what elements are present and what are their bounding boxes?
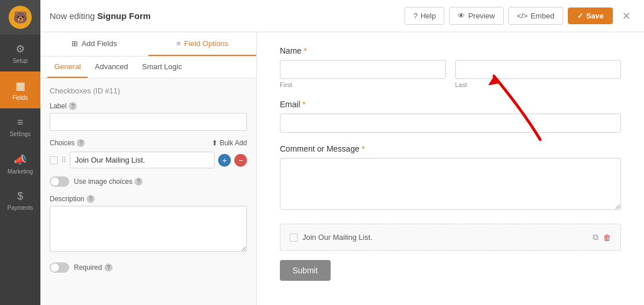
description-label: Description ? [50, 195, 247, 203]
last-name-input[interactable] [455, 60, 621, 79]
label-group: Label ? [50, 102, 247, 131]
code-icon: </> [517, 12, 528, 20]
comment-textarea[interactable] [280, 158, 621, 210]
image-choices-help-icon[interactable]: ? [134, 178, 143, 186]
sidebar-item-payments[interactable]: $ Payments [0, 182, 40, 219]
label-help-icon[interactable]: ? [69, 102, 77, 110]
choice-add-button[interactable]: + [218, 154, 231, 167]
use-image-choices-label: Use image choices ? [74, 178, 143, 186]
sidebar-item-label: Setup [13, 58, 28, 64]
fields-icon: ▦ [16, 80, 25, 92]
preview-checkbox[interactable] [290, 234, 298, 242]
name-row: First Last [280, 60, 621, 88]
required-row: Required ? [50, 262, 247, 273]
choices-help-icon[interactable]: ? [77, 139, 85, 147]
preview-email-field: Email * [280, 100, 621, 133]
description-help-icon[interactable]: ? [87, 195, 95, 203]
comment-required-star: * [362, 144, 365, 153]
header-actions: ? Help 👁 Preview </> Embed ✓ Save ✕ [405, 7, 635, 25]
logo-bear-icon: 🐻 [9, 6, 32, 29]
sidebar-item-setup[interactable]: ⚙ Setup [0, 35, 40, 71]
toggle-knob [51, 178, 59, 186]
help-button[interactable]: ? Help [405, 7, 444, 25]
delete-field-button[interactable]: 🗑 [603, 232, 611, 242]
sidebar-item-marketing[interactable]: 📣 Marketing [0, 145, 40, 182]
preview-name-label: Name * [280, 46, 621, 55]
choice-text-input[interactable] [70, 152, 215, 168]
tab-field-options[interactable]: ≡ Field Options [148, 32, 256, 56]
settings-icon: ≡ [17, 116, 24, 129]
sidebar-item-settings[interactable]: ≡ Settings [0, 108, 40, 145]
label-input[interactable] [50, 113, 247, 131]
required-toggle-knob [51, 263, 59, 272]
sidebar-item-label: Payments [8, 205, 33, 211]
preview-name-field: Name * First Last [280, 46, 621, 88]
sub-tab-smart-logic[interactable]: Smart Logic [135, 57, 189, 78]
email-required-star: * [302, 100, 305, 109]
sidebar-item-label: Fields [13, 95, 28, 101]
tabs-row: ⊞ Add Fields ≡ Field Options [40, 32, 256, 57]
sidebar-logo: 🐻 [0, 0, 40, 35]
last-label: Last [455, 81, 621, 88]
first-name-col: First [280, 60, 446, 88]
submit-button[interactable]: Submit [280, 260, 331, 281]
delete-icon: 🗑 [603, 233, 611, 242]
choice-remove-button[interactable]: − [234, 154, 247, 167]
preview-comment-label: Comment or Message * [280, 144, 621, 153]
sidebar: 🐻 ⚙ Setup ▦ Fields ≡ Settings 📣 Marketin… [0, 0, 40, 305]
tab-add-fields[interactable]: ⊞ Add Fields [40, 32, 148, 56]
checkmark-icon: ✓ [577, 12, 583, 20]
field-options-body: Checkboxes (ID #11) Label ? Choices [40, 78, 256, 305]
last-name-col: Last [455, 60, 621, 88]
main-area: Now editing Signup Form ? Help 👁 Preview… [40, 0, 644, 305]
checkbox-field-preview: Join Our Mailing List. ⧉ 🗑 [280, 224, 621, 251]
choices-header: Choices ? ⬆ Bulk Add [50, 139, 247, 147]
form-preview: Name * First Last [280, 46, 621, 281]
drag-handle-icon[interactable]: ⠿ [61, 156, 66, 164]
field-section-title: Checkboxes (ID #11) [50, 86, 247, 95]
use-image-choices-row: Use image choices ? [50, 176, 247, 187]
header: Now editing Signup Form ? Help 👁 Preview… [40, 0, 644, 32]
bulk-add-button[interactable]: ⬆ Bulk Add [212, 139, 247, 147]
field-panel: ⊞ Add Fields ≡ Field Options General Adv… [40, 32, 257, 305]
sidebar-item-label: Marketing [8, 168, 33, 175]
choices-group: Choices ? ⬆ Bulk Add ⠿ + − [50, 139, 247, 168]
checkbox-item: Join Our Mailing List. [290, 233, 372, 242]
use-image-choices-toggle[interactable] [50, 176, 69, 187]
first-name-input[interactable] [280, 60, 446, 79]
preview-comment-field: Comment or Message * [280, 144, 621, 212]
copy-field-button[interactable]: ⧉ [593, 232, 598, 242]
help-icon: ? [413, 12, 417, 20]
options-icon: ≡ [176, 39, 181, 48]
header-title: Now editing Signup Form [50, 11, 151, 21]
sub-tab-general[interactable]: General [47, 57, 88, 78]
setup-icon: ⚙ [16, 43, 25, 55]
description-textarea[interactable] [50, 206, 247, 252]
bulk-add-icon: ⬆ [212, 139, 218, 147]
content-area: ⊞ Add Fields ≡ Field Options General Adv… [40, 32, 644, 305]
preview-email-label: Email * [280, 100, 621, 109]
required-help-icon[interactable]: ? [104, 263, 113, 272]
add-icon: ⊞ [72, 39, 78, 48]
eye-icon: 👁 [458, 12, 465, 20]
choice-row: ⠿ + − [50, 152, 247, 168]
payments-icon: $ [17, 190, 23, 202]
required-label: Required ? [74, 263, 113, 272]
embed-button[interactable]: </> Embed [508, 7, 563, 25]
sub-tab-advanced[interactable]: Advanced [88, 57, 135, 78]
preview-pane: Name * First Last [257, 32, 644, 295]
save-button[interactable]: ✓ Save [568, 7, 613, 24]
label-field-label: Label ? [50, 102, 247, 110]
required-toggle[interactable] [50, 262, 69, 273]
preview-button[interactable]: 👁 Preview [449, 7, 503, 25]
close-button[interactable]: ✕ [617, 7, 635, 25]
sidebar-item-fields[interactable]: ▦ Fields [0, 71, 40, 108]
choice-checkbox[interactable] [50, 156, 58, 164]
name-required-star: * [304, 46, 306, 55]
sidebar-item-label: Settings [10, 131, 31, 137]
checkbox-text: Join Our Mailing List. [302, 233, 372, 242]
choices-label: Choices ? [50, 139, 85, 147]
email-input[interactable] [280, 114, 621, 133]
description-group: Description ? [50, 195, 247, 254]
field-actions: ⧉ 🗑 [593, 232, 611, 242]
